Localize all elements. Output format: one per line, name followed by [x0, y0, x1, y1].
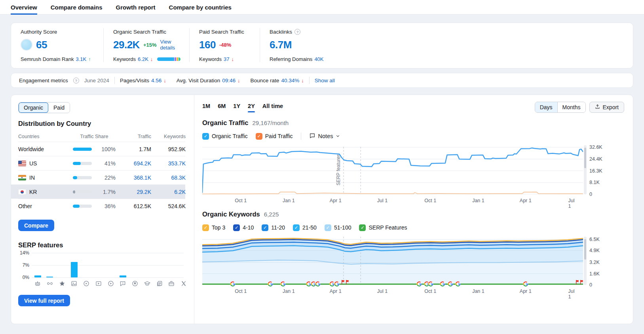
keywords-value[interactable]: 353.7K: [151, 160, 186, 167]
chart-scroll-handle[interactable]: [584, 145, 587, 194]
organic-traffic-change: +15%: [143, 42, 157, 48]
range-tab-1m[interactable]: 1M: [202, 103, 210, 112]
country-row-other[interactable]: Other36%612.5K524.6K: [18, 199, 185, 213]
serp-feature-bar: [120, 275, 126, 277]
graduation-cap-icon[interactable]: [144, 280, 150, 287]
export-button[interactable]: Export: [589, 102, 624, 113]
range-tab-all-time[interactable]: All time: [262, 103, 283, 112]
x-axis-label: Jan 1: [472, 288, 484, 294]
keywords-value[interactable]: 68.3K: [151, 175, 186, 181]
red-flag-annotation-icon[interactable]: [580, 279, 585, 285]
video-rect-icon[interactable]: [95, 280, 102, 287]
legend-label: 51-100: [334, 224, 351, 231]
compare-button[interactable]: Compare: [18, 220, 54, 231]
crown-icon[interactable]: [34, 280, 41, 287]
google-serp-marker-icon[interactable]: [315, 281, 321, 287]
y-axis-label: 0: [589, 282, 592, 288]
nav-tab-compare-domains[interactable]: Compare domains: [51, 0, 103, 15]
metric-label: Pages/Visits: [120, 78, 149, 84]
range-tab-6m[interactable]: 6M: [218, 103, 226, 112]
traffic-share-bar: [73, 162, 92, 165]
x-axis-label: Jul 1: [568, 198, 578, 209]
google-serp-marker-icon[interactable]: [417, 281, 422, 287]
info-question-icon[interactable]: ?: [73, 78, 79, 84]
metric-value[interactable]: 09:46: [222, 78, 236, 84]
range-tab-1y[interactable]: 1Y: [233, 103, 240, 112]
paid-keywords-value[interactable]: 37: [224, 56, 229, 62]
country-row-worldwide[interactable]: Worldwide100%1.7M952.9K: [18, 142, 185, 156]
image-icon[interactable]: [71, 280, 78, 287]
country-row-kr[interactable]: KR1.7%29.2K6.2K: [11, 184, 185, 199]
red-flag-annotation-icon[interactable]: [346, 279, 351, 285]
legend-21-50[interactable]: ✓21-50: [293, 224, 317, 231]
google-serp-marker-icon[interactable]: [230, 281, 235, 287]
info-question-icon[interactable]: ?: [294, 29, 300, 35]
y-axis-label: 4.9K: [589, 248, 600, 253]
x-axis-label: Apr 1: [520, 288, 532, 294]
legend-top-3[interactable]: ✓Top 3: [202, 224, 225, 231]
google-serp-marker-icon[interactable]: [440, 281, 445, 287]
traffic-value[interactable]: 29.2K: [116, 189, 151, 195]
country-name: Worldwide: [18, 146, 73, 152]
legend-51-100[interactable]: ✓51-100: [325, 224, 351, 231]
traffic-share-value: 100%: [93, 146, 116, 152]
serp-features-title: SERP features: [18, 241, 185, 249]
divider: [309, 77, 310, 84]
notes-dropdown[interactable]: Notes: [309, 133, 340, 140]
metric-value[interactable]: 40.34%: [281, 78, 299, 84]
granularity-days[interactable]: Days: [535, 102, 557, 112]
domain-rank-value[interactable]: 3.1K: [76, 56, 86, 62]
star-icon[interactable]: [59, 280, 65, 287]
google-serp-marker-icon[interactable]: [280, 281, 285, 287]
show-all-link[interactable]: Show all: [315, 78, 335, 84]
traffic-value[interactable]: 694.2K: [116, 160, 151, 167]
serp-feature-bar: [34, 275, 41, 277]
google-serp-marker-icon[interactable]: [334, 281, 339, 287]
google-serp-marker-icon[interactable]: [448, 281, 453, 287]
traffic-value[interactable]: 368.1K: [116, 175, 151, 181]
video-circle-icon[interactable]: [107, 280, 114, 287]
metric-value[interactable]: 4.56: [151, 78, 161, 84]
chart-scroll-handle[interactable]: [584, 237, 587, 285]
nav-tab-compare-by-countries[interactable]: Compare by countries: [169, 0, 232, 15]
referring-domains-value[interactable]: 40K: [314, 56, 323, 62]
referring-domains-label: Referring Domains: [270, 56, 312, 62]
google-serp-marker-icon[interactable]: [428, 281, 433, 287]
documents-icon[interactable]: [156, 280, 163, 287]
organic-traffic-chart-subtitle: 29,167/month: [252, 120, 289, 126]
range-tab-2y[interactable]: 2Y: [248, 103, 255, 112]
google-serp-marker-icon[interactable]: [523, 281, 528, 287]
x-axis-label: Oct 1: [424, 288, 436, 294]
legend-organic-traffic[interactable]: ✓Organic Traffic: [202, 133, 248, 140]
legend-serp-features[interactable]: ✓SERP Features: [359, 224, 407, 231]
location-icon[interactable]: [132, 280, 139, 287]
google-serp-marker-icon[interactable]: [456, 281, 461, 287]
country-row-in[interactable]: IN22%368.1K68.3K: [18, 170, 185, 184]
video-circle-icon[interactable]: [83, 280, 90, 287]
organic-keywords-value[interactable]: 6.2K: [138, 56, 148, 62]
x-axis-label: Jan 1: [472, 198, 484, 203]
organic-keywords-label: Keywords: [113, 56, 136, 62]
nav-tab-overview[interactable]: Overview: [11, 0, 37, 15]
briefcase-icon[interactable]: [168, 280, 175, 287]
chat-question-icon[interactable]: ?: [120, 280, 126, 287]
traffic-share-value: 1.7%: [93, 189, 116, 195]
link-icon[interactable]: [46, 280, 53, 287]
legend-11-20[interactable]: ✓11-20: [262, 224, 285, 231]
x-twitter-icon[interactable]: [180, 280, 187, 287]
backlinks-title: Backlinks: [270, 29, 292, 35]
country-row-us[interactable]: US41%694.2K353.7K: [18, 156, 185, 170]
traffic-share-value: 22%: [93, 175, 116, 181]
serp-gridline: [32, 265, 184, 266]
date-range-tabs: 1M6M1Y2YAll time: [202, 103, 283, 112]
toggle-organic[interactable]: Organic: [19, 102, 48, 113]
nav-tab-growth-report[interactable]: Growth report: [116, 0, 156, 15]
granularity-months[interactable]: Months: [557, 102, 585, 112]
legend-paid-traffic[interactable]: ✓Paid Traffic: [256, 133, 293, 140]
view-full-report-button[interactable]: View full report: [18, 295, 70, 306]
keywords-value[interactable]: 6.2K: [151, 189, 186, 195]
google-serp-marker-icon[interactable]: [268, 281, 273, 287]
legend-4-10[interactable]: ✓4-10: [233, 224, 254, 231]
view-details-link[interactable]: View details: [160, 39, 180, 51]
toggle-paid[interactable]: Paid: [48, 102, 70, 113]
